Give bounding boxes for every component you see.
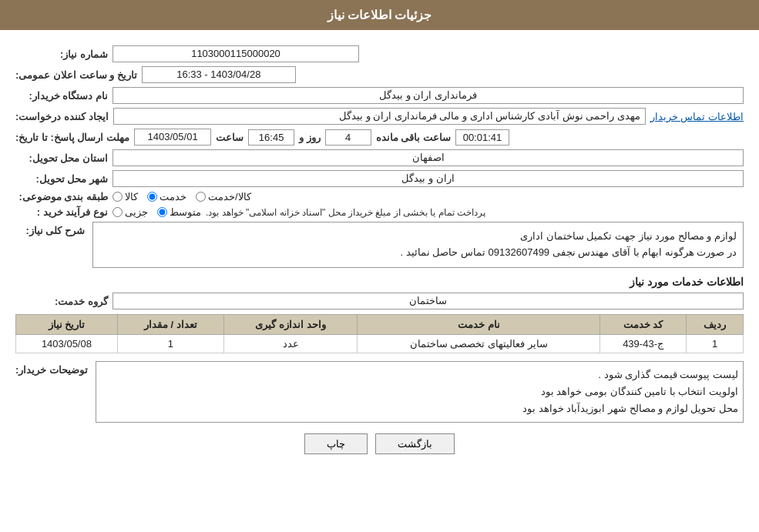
page-title: جزئیات اطلاعات نیاز — [327, 8, 432, 22]
need-number-label: شماره نیاز: — [15, 49, 108, 60]
need-number-value: 1103000115000020 — [113, 45, 359, 62]
category-khedmat[interactable]: خدمت — [147, 191, 186, 202]
buyer-org-value: فرمانداری اران و بیدگل — [113, 87, 744, 104]
buyer-note-line: محل تحویل لوازم و مصالح شهر ابوزیدآباد خ… — [101, 400, 738, 417]
category-kala-radio[interactable] — [113, 192, 123, 202]
city-value: اران و بیدگل — [113, 170, 744, 187]
creator-label: ایجاد کننده درخواست: — [15, 111, 109, 122]
print-button[interactable]: چاپ — [304, 433, 368, 454]
process-motavaset-radio[interactable] — [157, 207, 167, 217]
province-label: استان محل تحویل: — [15, 152, 108, 164]
creator-link[interactable]: اطلاعات تماس خریدار — [650, 111, 744, 122]
deadline-day: 4 — [325, 129, 371, 146]
cell-name: سایر فعالیتهای تخصصی ساختمان — [358, 335, 599, 353]
process-note: پرداخت تمام یا بخشی از مبلغ خریداز محل "… — [206, 207, 485, 218]
cell-date: 1403/05/08 — [16, 335, 118, 353]
category-khedmat-radio[interactable] — [147, 192, 157, 202]
col-code: کد خدمت — [599, 315, 686, 335]
deadline-time: 16:45 — [248, 129, 294, 146]
category-label: طبقه بندی موضوعی: — [15, 191, 108, 202]
deadline-day-label: روز و — [299, 132, 321, 143]
col-unit: واحد اندازه گیری — [223, 315, 358, 335]
col-date: تاریخ نیاز — [16, 315, 118, 335]
city-label: شهر محل تحویل: — [15, 173, 108, 185]
process-jozi[interactable]: جزیی — [113, 206, 148, 218]
deadline-label: مهلت ارسال پاسخ: تا تاریخ: — [15, 132, 129, 143]
category-khedmat-label: خدمت — [160, 191, 186, 202]
process-motavaset-label: متوسط — [170, 206, 201, 218]
deadline-date: 1403/05/01 — [134, 129, 211, 146]
buyer-org-label: نام دستگاه خریدار: — [15, 90, 108, 102]
buyer-notes-content: لیست پیوست قیمت گذاری شود .اولویت انتخاب… — [96, 361, 744, 423]
category-kala-khedmat-radio[interactable] — [196, 192, 206, 202]
remaining-label: ساعت باقی مانده — [376, 132, 451, 143]
services-table: ردیف کد خدمت نام خدمت واحد اندازه گیری ت… — [15, 314, 744, 353]
cell-row: 1 — [687, 335, 744, 353]
category-kala-label: کالا — [125, 191, 138, 202]
deadline-time-label: ساعت — [216, 132, 243, 143]
service-group-label: گروه خدمت: — [15, 296, 108, 307]
col-name: نام خدمت — [358, 315, 599, 335]
process-group: متوسط جزیی — [113, 206, 201, 218]
province-value: اصفهان — [113, 149, 744, 166]
need-description: لوازم و مصالح مورد نیاز جهت تکمیل ساختما… — [92, 222, 744, 268]
page-header: جزئیات اطلاعات نیاز — [0, 0, 759, 30]
process-jozi-label: جزیی — [125, 206, 148, 218]
cell-code: ج-43-439 — [599, 335, 686, 353]
process-motavaset[interactable]: متوسط — [157, 206, 201, 218]
creator-value: مهدی راحمی نوش آبادی کارشناس اداری و مال… — [113, 108, 646, 125]
need-description-line1: لوازم و مصالح مورد نیاز جهت تکمیل ساختما… — [99, 229, 737, 245]
col-qty: تعداد / مقدار — [117, 315, 223, 335]
category-group: کالا/خدمت خدمت کالا — [113, 191, 251, 202]
buttons-row: بازگشت چاپ — [15, 433, 744, 454]
category-kala-khedmat[interactable]: کالا/خدمت — [196, 191, 251, 202]
buyer-note-line: اولویت انتخاب با تامین کنندگان بومی خواه… — [101, 383, 738, 400]
category-kala-khedmat-label: کالا/خدمت — [208, 191, 251, 202]
buyer-notes-label: توضیحات خریدار: — [15, 361, 88, 376]
services-title: اطلاعات خدمات مورد نیاز — [15, 276, 744, 288]
back-button[interactable]: بازگشت — [375, 433, 455, 454]
announce-date-value: 1403/04/28 - 16:33 — [142, 66, 296, 83]
col-row: ردیف — [687, 315, 744, 335]
cell-qty: 1 — [117, 335, 223, 353]
process-jozi-radio[interactable] — [113, 207, 123, 217]
cell-unit: عدد — [223, 335, 358, 353]
category-kala[interactable]: کالا — [113, 191, 138, 202]
table-row: 1ج-43-439سایر فعالیتهای تخصصی ساختمانعدد… — [16, 335, 744, 353]
need-description-label: شرح کلی نیاز: — [15, 222, 85, 236]
service-group-value: ساختمان — [113, 293, 744, 309]
remaining-time: 00:01:41 — [455, 129, 509, 146]
announce-date-label: تاریخ و ساعت اعلان عمومی: — [15, 69, 137, 81]
process-label: نوع فرآیند خرید : — [15, 206, 108, 218]
buyer-note-line: لیست پیوست قیمت گذاری شود . — [101, 366, 738, 383]
need-description-line2: در صورت هرگونه ابهام با آقای مهندس نجفی … — [99, 245, 737, 261]
